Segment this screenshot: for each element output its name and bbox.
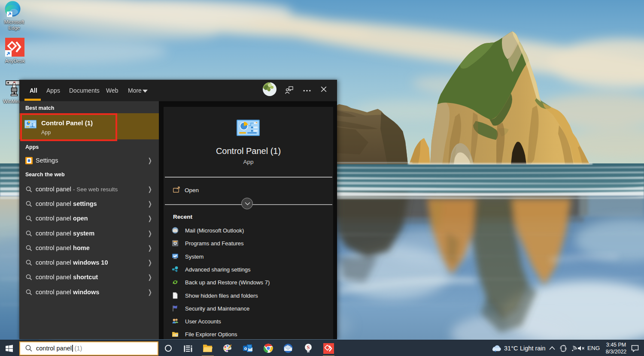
svg-text:S: S bbox=[307, 344, 310, 350]
svg-text:o: o bbox=[244, 346, 247, 351]
